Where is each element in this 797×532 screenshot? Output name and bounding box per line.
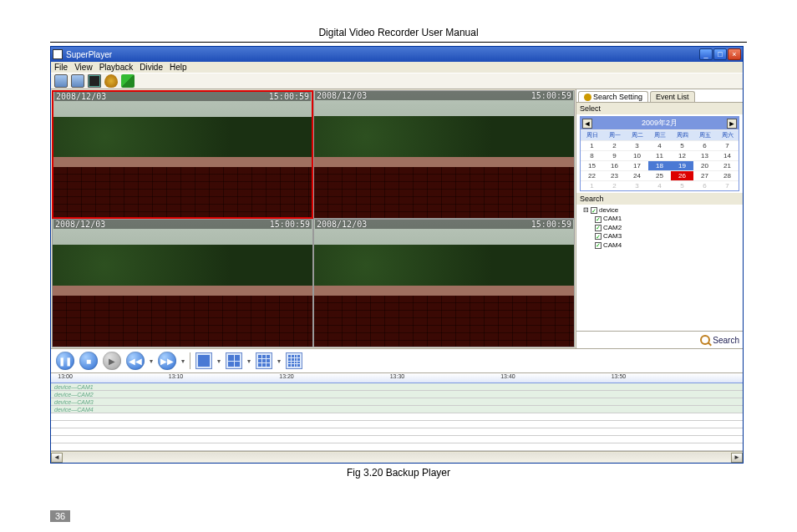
figure-caption: Fig 3.20 Backup Player — [50, 467, 747, 479]
device-tree[interactable]: ⊟✓device ✓CAM1 ✓CAM2 ✓CAM3 ✓CAM4 — [576, 205, 743, 331]
calendar-dow: 周四 — [671, 129, 693, 140]
calendar-title: 2009年2月 — [642, 118, 678, 129]
calendar-day[interactable]: 2 — [603, 180, 626, 190]
timeline-row[interactable]: device—CAM3 — [51, 398, 743, 406]
calendar-day[interactable]: 16 — [603, 160, 626, 170]
calendar-day[interactable]: 3 — [626, 140, 648, 150]
video-cell-3[interactable]: 2008/12/0315:00:59 — [52, 219, 313, 347]
calendar-day[interactable]: 11 — [648, 150, 671, 160]
menu-playback[interactable]: Playback — [99, 63, 134, 72]
calendar-day[interactable]: 14 — [716, 150, 739, 160]
rewind-button[interactable]: ◀◀ — [126, 352, 145, 370]
calendar-day[interactable]: 3 — [626, 180, 648, 190]
timeline-tick: 13:50 — [612, 373, 627, 379]
minimize-button[interactable]: _ — [699, 48, 713, 60]
calendar-day[interactable]: 27 — [693, 170, 716, 180]
stop-button[interactable]: ■ — [79, 352, 98, 370]
layout-dropdown-icon[interactable]: ▾ — [247, 357, 251, 365]
calendar-day[interactable]: 26 — [671, 170, 693, 180]
refresh-icon[interactable] — [121, 74, 135, 88]
video-cell-1[interactable]: 2008/12/0315:00:59 — [52, 90, 313, 219]
shield-icon[interactable] — [104, 74, 118, 88]
video-cell-4[interactable]: 2008/12/0315:00:59 — [313, 219, 575, 347]
speed-dropdown-icon[interactable]: ▾ — [181, 357, 185, 365]
timeline[interactable]: 13:0013:1013:2013:3013:4013:50 device—CA… — [51, 372, 743, 463]
calendar-day[interactable]: 19 — [671, 160, 693, 170]
calendar-day[interactable]: 6 — [693, 140, 716, 150]
layout-dropdown-icon[interactable]: ▾ — [277, 357, 281, 365]
tab-event-list[interactable]: Event List — [650, 91, 695, 102]
calendar-day[interactable]: 5 — [671, 140, 693, 150]
play-button[interactable]: ▶ — [103, 352, 121, 370]
tree-cam[interactable]: ✓CAM4 — [580, 241, 739, 250]
calendar-day[interactable]: 22 — [581, 170, 603, 180]
osd-time: 15:00:59 — [531, 91, 571, 100]
calendar-day[interactable]: 7 — [716, 140, 739, 150]
timeline-row[interactable]: device—CAM1 — [51, 383, 743, 391]
layout-4-button[interactable] — [226, 352, 242, 369]
calendar-day[interactable]: 4 — [648, 180, 671, 190]
calendar-day[interactable]: 7 — [716, 180, 739, 190]
open-icon[interactable] — [54, 74, 68, 88]
calendar-day[interactable]: 1 — [581, 180, 603, 190]
calendar-day[interactable]: 5 — [671, 180, 693, 190]
calendar-day[interactable]: 28 — [716, 170, 739, 180]
maximize-button[interactable]: □ — [713, 48, 727, 60]
calendar-day[interactable]: 21 — [716, 160, 739, 170]
calendar-dow: 周一 — [603, 129, 626, 140]
menu-view[interactable]: View — [74, 63, 93, 72]
calendar-day[interactable]: 17 — [626, 160, 648, 170]
scroll-left-button[interactable]: ◄ — [51, 453, 63, 463]
tree-device[interactable]: ⊟✓device — [580, 206, 739, 215]
calendar-day[interactable]: 23 — [603, 170, 626, 180]
calendar-day[interactable]: 8 — [581, 150, 603, 160]
calendar-day[interactable]: 10 — [626, 150, 648, 160]
timeline-row[interactable]: device—CAM2 — [51, 391, 743, 398]
close-button[interactable]: × — [728, 48, 741, 60]
layout-dropdown-icon[interactable]: ▾ — [217, 357, 221, 365]
calendar-day[interactable]: 4 — [648, 140, 671, 150]
calendar-day[interactable]: 13 — [693, 150, 716, 160]
pause-button[interactable]: ❚❚ — [56, 352, 74, 370]
calendar-day[interactable]: 9 — [603, 150, 626, 160]
calendar-next-button[interactable]: ► — [727, 119, 737, 129]
search-button[interactable]: Search — [700, 335, 739, 345]
app-icon — [53, 49, 63, 59]
monitor-icon[interactable] — [88, 74, 101, 88]
calendar-day[interactable]: 6 — [693, 180, 716, 190]
layout-9-button[interactable] — [256, 352, 272, 369]
side-panel: Search Setting Event List Select ◄ 2009年… — [576, 89, 743, 348]
calendar-day[interactable]: 18 — [648, 160, 671, 170]
calendar-prev-button[interactable]: ◄ — [582, 119, 592, 129]
timeline-tick: 13:20 — [279, 373, 294, 379]
osd-time: 15:00:59 — [270, 220, 310, 229]
menu-help[interactable]: Help — [170, 63, 187, 72]
tree-cam[interactable]: ✓CAM2 — [580, 224, 739, 232]
calendar-day[interactable]: 20 — [693, 160, 716, 170]
calendar-day[interactable]: 1 — [581, 140, 603, 150]
calendar-day[interactable]: 12 — [671, 150, 693, 160]
speed-dropdown-icon[interactable]: ▾ — [150, 357, 153, 365]
tree-cam[interactable]: ✓CAM3 — [580, 232, 739, 241]
tab-search-setting[interactable]: Search Setting — [578, 91, 648, 102]
calendar-day[interactable]: 25 — [648, 170, 671, 180]
forward-button[interactable]: ▶▶ — [158, 352, 176, 370]
main-area: 2008/12/0315:00:59 2008/12/0315:00:59 20… — [51, 89, 743, 348]
video-cell-2[interactable]: 2008/12/0315:00:59 — [313, 90, 575, 219]
search-section-label: Search — [576, 193, 743, 205]
layout-16-button[interactable] — [286, 352, 302, 369]
calendar[interactable]: ◄ 2009年2月 ► 周日周一周二周三周四周五周六12345678910111… — [580, 116, 739, 191]
menu-divide[interactable]: Divide — [140, 63, 163, 72]
timeline-row[interactable]: device—CAM4 — [51, 406, 743, 413]
tree-cam[interactable]: ✓CAM1 — [580, 215, 739, 223]
calendar-day[interactable]: 24 — [626, 170, 648, 180]
menu-file[interactable]: File — [54, 63, 68, 72]
calendar-day[interactable]: 15 — [581, 160, 603, 170]
calendar-day[interactable]: 2 — [603, 140, 626, 150]
scroll-right-button[interactable]: ► — [731, 453, 743, 463]
select-section-label: Select — [576, 103, 743, 114]
timeline-scrollbar[interactable]: ◄ ► — [51, 451, 743, 463]
layout-1-button[interactable] — [195, 352, 212, 369]
save-icon[interactable] — [71, 74, 84, 88]
scroll-track[interactable] — [63, 453, 731, 463]
